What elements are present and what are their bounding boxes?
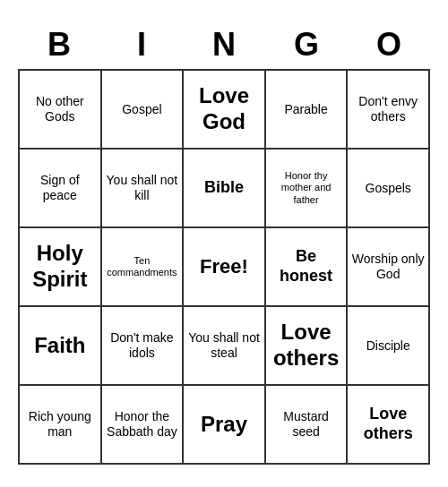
bingo-cell: Pray	[184, 386, 266, 465]
bingo-cell: Love others	[348, 386, 430, 465]
bingo-grid: No other GodsGospelLove GodParableDon't …	[18, 69, 430, 465]
header-letter: O	[348, 22, 430, 67]
bingo-cell: Mustard seed	[266, 386, 349, 465]
bingo-cell: Be honest	[266, 228, 349, 307]
bingo-card: BINGO No other GodsGospelLove GodParable…	[9, 13, 439, 474]
bingo-cell: No other Gods	[20, 71, 102, 150]
header-letter: B	[18, 22, 100, 67]
bingo-cell: Free!	[184, 228, 266, 307]
bingo-cell: Rich young man	[20, 386, 102, 465]
bingo-cell: Parable	[266, 71, 349, 150]
bingo-cell: Worship only God	[348, 228, 430, 307]
bingo-cell: Bible	[184, 150, 266, 228]
bingo-header: BINGO	[18, 22, 430, 67]
bingo-cell: Holy Spirit	[20, 228, 102, 307]
bingo-cell: Ten commandments	[102, 228, 185, 307]
bingo-cell: Love God	[184, 71, 266, 150]
bingo-cell: Sign of peace	[20, 150, 102, 228]
header-letter: N	[183, 22, 265, 67]
bingo-cell: Gospels	[348, 150, 430, 228]
header-letter: I	[100, 22, 183, 67]
bingo-cell: Don't envy others	[348, 71, 430, 150]
bingo-cell: Love others	[266, 307, 349, 386]
bingo-cell: Faith	[20, 307, 102, 386]
bingo-cell: Disciple	[348, 307, 430, 386]
bingo-cell: Honor the Sabbath day	[102, 386, 185, 465]
bingo-cell: You shall not kill	[102, 150, 185, 228]
bingo-cell: Don't make idols	[102, 307, 185, 386]
bingo-cell: You shall not steal	[184, 307, 266, 386]
bingo-cell: Gospel	[102, 71, 185, 150]
header-letter: G	[265, 22, 348, 67]
bingo-cell: Honor thy mother and father	[266, 150, 349, 228]
